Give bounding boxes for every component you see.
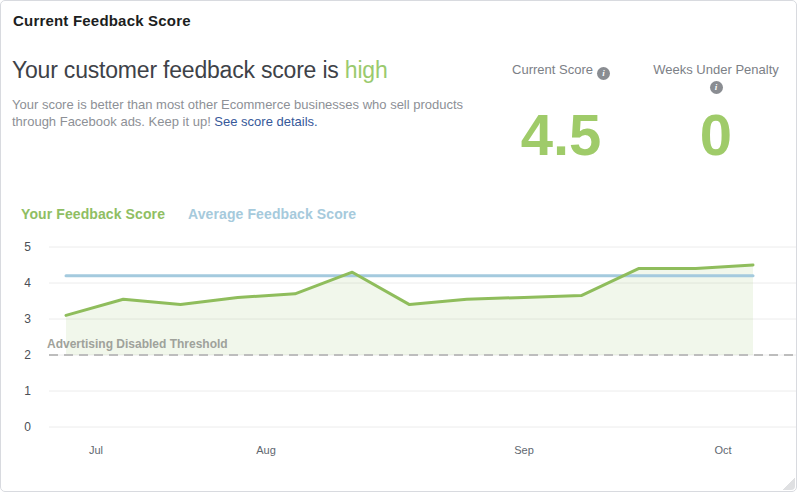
see-score-details-link[interactable]: See score details. (214, 114, 317, 129)
y-axis-tick-label: 0 (24, 420, 31, 434)
headline-text: Your customer feedback score is (12, 57, 345, 83)
headline-score-level: high (345, 57, 388, 83)
info-icon[interactable]: i (597, 67, 610, 80)
x-axis-tick-label: Sep (514, 444, 534, 456)
y-axis-tick-label: 3 (24, 312, 31, 326)
y-axis-tick-label: 1 (24, 384, 31, 398)
panel-title: Current Feedback Score (13, 12, 191, 29)
y-axis-tick-label: 2 (24, 348, 31, 362)
weeks-under-penalty-label: Weeks Under Penalty (653, 62, 779, 77)
weeks-under-penalty-value: 0 (633, 106, 797, 164)
score-headline: Your customer feedback score is high (12, 57, 388, 84)
description-line-1: Your score is better than most other Eco… (12, 97, 463, 112)
feedback-score-chart: 012345JulAugSepOctAdvertising Disabled T… (1, 236, 797, 471)
x-axis-tick-label: Oct (714, 444, 731, 456)
resize-handle[interactable] (781, 476, 795, 490)
current-score-value: 4.5 (481, 106, 641, 164)
current-score-label: Current Score (512, 62, 593, 77)
current-score-stat: Current Scorei 4.5 (481, 60, 641, 80)
current-feedback-score-panel: Current Feedback Score Your customer fee… (0, 0, 797, 492)
legend-item-average-feedback-score[interactable]: Average Feedback Score (188, 206, 356, 222)
chart-legend: Your Feedback Score Average Feedback Sco… (21, 206, 356, 222)
y-axis-tick-label: 5 (24, 240, 31, 254)
threshold-label: Advertising Disabled Threshold (47, 337, 228, 351)
weeks-under-penalty-stat: Weeks Under Penalty i 0 (633, 60, 797, 94)
description-line-2: through Facebook ads. Keep it up! (12, 114, 214, 129)
score-description: Your score is better than most other Eco… (12, 96, 482, 130)
x-axis-tick-label: Aug (256, 444, 276, 456)
legend-item-your-feedback-score[interactable]: Your Feedback Score (21, 206, 165, 222)
info-icon[interactable]: i (710, 81, 723, 94)
x-axis-tick-label: Jul (89, 444, 103, 456)
y-axis-tick-label: 4 (24, 276, 31, 290)
